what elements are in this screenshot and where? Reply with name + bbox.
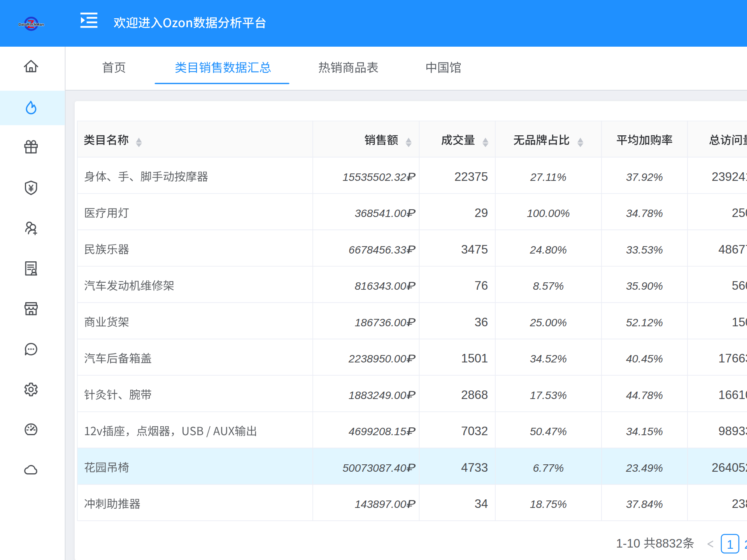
svg-text:29: 29 xyxy=(475,206,488,220)
svg-text:7032: 7032 xyxy=(461,424,488,438)
svg-text:2387: 2387 xyxy=(732,497,747,511)
svg-text:44.78%: 44.78% xyxy=(626,389,663,401)
svg-text:8.57%: 8.57% xyxy=(533,280,564,292)
svg-text:5608: 5608 xyxy=(732,279,747,292)
svg-text:33.53%: 33.53% xyxy=(626,244,663,256)
svg-text:37.84%: 37.84% xyxy=(626,498,663,510)
svg-text:35.90%: 35.90% xyxy=(626,280,663,292)
svg-text:2238950.00: 2238950.00 xyxy=(348,353,406,365)
svg-text:2868: 2868 xyxy=(461,388,488,402)
svg-text:17.53%: 17.53% xyxy=(530,389,567,401)
svg-text:1883249.00: 1883249.00 xyxy=(349,389,406,401)
svg-text:2503: 2503 xyxy=(732,206,747,220)
svg-text:34.78%: 34.78% xyxy=(626,207,663,219)
svg-text:50.47%: 50.47% xyxy=(530,425,567,438)
svg-text:4733: 4733 xyxy=(461,461,488,474)
svg-text:2: 2 xyxy=(744,538,747,551)
svg-text:18.75%: 18.75% xyxy=(530,498,567,510)
svg-text:23.49%: 23.49% xyxy=(626,462,663,474)
svg-text:166108: 166108 xyxy=(719,388,747,402)
svg-text:2392413: 2392413 xyxy=(712,170,747,184)
svg-text:1501: 1501 xyxy=(461,352,488,365)
svg-text:1: 1 xyxy=(727,538,733,551)
svg-text:1-10: 1-10 xyxy=(616,537,644,550)
svg-text:368541.00: 368541.00 xyxy=(355,207,407,219)
svg-text:34: 34 xyxy=(475,497,488,511)
svg-text:186736.00: 186736.00 xyxy=(355,317,407,329)
svg-text:2640529: 2640529 xyxy=(712,461,747,474)
svg-text:34.52%: 34.52% xyxy=(530,353,567,365)
svg-text:25.00%: 25.00% xyxy=(530,317,567,329)
svg-text:486776: 486776 xyxy=(719,243,747,256)
svg-text:50073087.40: 50073087.40 xyxy=(342,462,406,474)
svg-text:143897.00: 143897.00 xyxy=(355,498,407,510)
svg-text:36: 36 xyxy=(475,315,488,329)
svg-text:37.92%: 37.92% xyxy=(626,171,663,183)
svg-text:989336: 989336 xyxy=(719,424,747,438)
svg-text:3475: 3475 xyxy=(461,243,488,256)
svg-text:100.00%: 100.00% xyxy=(527,207,570,219)
svg-text:34.15%: 34.15% xyxy=(626,425,663,438)
svg-text:4699208.15: 4699208.15 xyxy=(349,425,406,438)
svg-text:6678456.33: 6678456.33 xyxy=(349,244,406,256)
svg-text:DataRockMan: DataRockMan xyxy=(19,22,44,26)
svg-text:176638: 176638 xyxy=(719,352,747,365)
svg-text:24.80%: 24.80% xyxy=(530,244,567,256)
svg-text:40.45%: 40.45% xyxy=(626,353,663,365)
svg-text:1503: 1503 xyxy=(732,315,747,329)
svg-text:8832: 8832 xyxy=(656,537,682,550)
svg-text:6.77%: 6.77% xyxy=(533,462,564,474)
svg-text:27.11%: 27.11% xyxy=(530,171,566,183)
svg-text:15535502.32: 15535502.32 xyxy=(342,171,406,183)
svg-text:816343.00: 816343.00 xyxy=(355,280,407,292)
svg-text:76: 76 xyxy=(475,279,488,292)
svg-text:52.12%: 52.12% xyxy=(626,317,663,329)
svg-text:22375: 22375 xyxy=(454,170,488,184)
